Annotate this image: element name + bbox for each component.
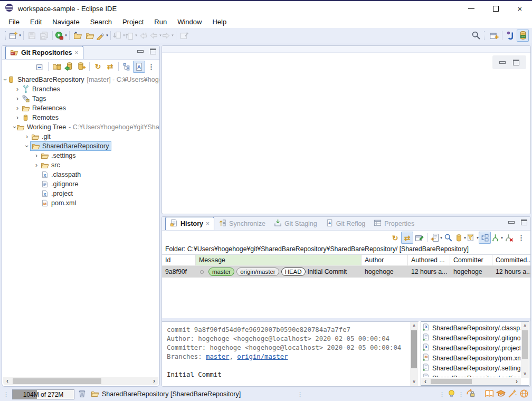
tree-item-references[interactable]: › References [2,103,159,113]
view-menu-button[interactable]: ⋮ [515,232,527,244]
clone-repository-button[interactable] [63,61,75,73]
tree-item-repository-root[interactable]: › SharedBareRepository [master] - C:¥Use… [2,75,159,84]
column-header-id[interactable]: Id [162,255,196,265]
expand-arrow-icon[interactable]: › [33,152,40,159]
lightbulb-icon[interactable] [447,389,456,400]
restore-welcome-icon[interactable] [466,389,476,400]
tree-item-working-tree[interactable]: › Working Tree - C:¥Users¥hogehoge¥git¥S… [2,122,159,132]
show-all-branches-button[interactable] [479,232,491,244]
scrollbar-thumb[interactable] [13,378,101,384]
tab-git-reflog[interactable]: A Git Reflog [321,217,370,230]
expand-arrow-icon[interactable]: › [14,114,21,121]
branch-link-master[interactable]: master [206,353,229,360]
scroll-down-arrow[interactable]: ∨ [410,378,418,386]
expand-arrow-icon[interactable]: › [2,79,8,81]
menu-navigate[interactable]: Navigate [47,17,84,27]
expand-arrow-icon[interactable]: › [23,133,31,140]
tab-properties[interactable]: Properties [369,217,419,230]
tab-synchronize[interactable]: Synchronize [214,217,270,230]
menu-project[interactable]: Project [117,17,149,27]
scroll-up-arrow[interactable]: ∧ [521,322,529,330]
show-deleted-branches-button[interactable] [503,232,515,244]
dropdown-arrow-icon[interactable]: ▾ [65,33,67,37]
minimize-view-button[interactable] [508,221,515,224]
magic-wand-icon[interactable] [508,389,517,400]
expand-arrow-icon[interactable]: › [33,162,40,168]
tree-item-git-folder[interactable]: › .git [2,132,159,141]
window-minimize-button[interactable] [459,1,483,16]
previous-annotation-button[interactable]: ▾ [125,30,137,42]
book-icon[interactable] [484,389,494,400]
tree-item-branches[interactable]: › Branches [2,84,159,94]
heap-status[interactable]: 104M of 272M [12,389,74,399]
last-edit-location-button[interactable] [137,30,149,42]
selected-tree-item[interactable]: SharedBareRepository [31,142,111,150]
dropdown-arrow-icon[interactable]: ▾ [106,33,108,37]
refresh-button[interactable]: ↻ [92,61,104,73]
tree-horizontal-scrollbar[interactable]: ‹ › [3,377,158,385]
refresh-button[interactable]: ↻ [389,232,401,244]
select-commit-button[interactable]: ▾ [430,232,442,244]
minimize-view-button[interactable] [137,50,144,53]
branch-link-origin-master[interactable]: origin/master [237,353,288,360]
forward-button[interactable]: ▾ [162,30,174,42]
scrollbar-thumb[interactable] [522,330,528,359]
file-list-item[interactable]: X SharedBareRepository/.project [422,343,520,353]
expand-arrow-icon[interactable]: › [12,126,18,128]
menu-window[interactable]: Window [172,17,207,27]
expand-arrow-icon[interactable]: › [24,142,30,150]
toggle-branch-representation-button[interactable]: A [133,61,145,73]
expand-arrow-icon[interactable]: › [14,105,21,111]
scroll-right-arrow[interactable]: › [150,377,158,385]
filter-button[interactable]: ▾ [467,232,479,244]
tree-item-remotes[interactable]: › Remotes [2,113,159,122]
tree-item-src-folder[interactable]: › src [2,160,159,170]
garbage-collect-button[interactable] [78,389,87,400]
file-list-vertical-scrollbar[interactable]: ∧ ∨ [521,322,529,378]
add-repository-button[interactable] [51,61,63,73]
view-menu-button[interactable]: ⋮ [145,61,157,73]
tree-item-project-file[interactable]: X .project [2,189,159,198]
column-header-author[interactable]: Author [362,255,408,265]
open-perspective-button[interactable] [488,30,500,42]
column-header-committer[interactable]: Committer [450,255,492,265]
column-header-committed[interactable]: Committed... [492,255,531,265]
menu-help[interactable]: Help [207,17,232,27]
expand-arrow-icon[interactable]: › [14,96,21,102]
tab-history[interactable]: History × [165,217,214,230]
tab-close-icon[interactable]: × [75,49,79,56]
menu-file[interactable]: File [3,17,25,27]
save-all-button[interactable] [38,30,50,42]
menu-search[interactable]: Search [85,17,117,27]
column-header-authored[interactable]: Authored ... [408,255,450,265]
git-perspective-button[interactable]: GIT [517,30,529,42]
pin-editor-button[interactable] [178,30,191,42]
dropdown-arrow-icon[interactable]: ▾ [19,33,21,37]
menu-edit[interactable]: Edit [25,17,47,27]
commit-row[interactable]: 9a8f90f master origin/master HEAD Initia… [162,266,530,278]
highlight-button[interactable]: ▾ [96,30,108,42]
tree-item-tags[interactable]: › 10 Tags [2,94,159,103]
scroll-left-arrow[interactable]: ‹ [3,377,12,385]
maximize-view-button[interactable] [150,49,156,54]
pin-view-button[interactable] [413,232,425,244]
dropdown-arrow-icon[interactable]: ▾ [464,236,466,240]
next-annotation-button[interactable]: ▾ [113,30,125,42]
scroll-down-arrow[interactable]: ∨ [521,370,529,378]
commit-viewer-scrollbar[interactable]: ∧ ∨ [410,322,418,386]
collapse-all-button[interactable] [34,61,46,73]
maximize-view-button[interactable] [513,60,519,65]
window-close-button[interactable]: × [508,1,532,16]
search-button[interactable] [470,30,482,42]
scrollbar-thumb[interactable] [431,379,472,384]
file-list-item[interactable]: X SharedBareRepository/.classpat [422,323,520,333]
tree-item-pom-file[interactable]: M pom.xml [2,198,159,208]
tree-item-gitignore-file[interactable]: .gitignore [2,179,159,189]
link-with-selection-button[interactable]: ⇄ [401,232,413,244]
file-list-item[interactable]: SharedBareRepository/.settings, [422,363,520,373]
dropdown-arrow-icon[interactable]: ▾ [172,33,174,37]
globe-icon[interactable] [519,389,529,400]
back-button[interactable]: ▾ [149,30,162,42]
save-button[interactable] [26,30,38,42]
tree-item-classpath-file[interactable]: X .classpath [2,170,159,179]
